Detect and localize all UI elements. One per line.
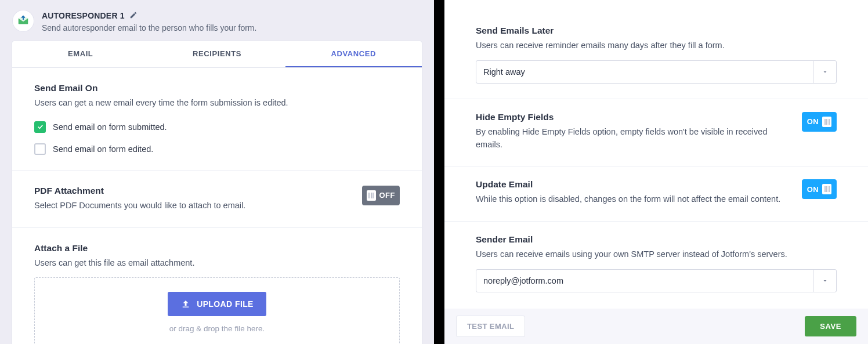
file-drop-area[interactable]: UPLOAD FILE or drag & drop the file here… bbox=[34, 277, 400, 344]
pdf-attachment-desc: Select PDF Documents you would like to a… bbox=[34, 200, 348, 212]
checkbox-on-edited[interactable]: Send email on form edited. bbox=[34, 143, 400, 155]
test-email-button[interactable]: TEST EMAIL bbox=[456, 316, 525, 337]
section-hide-empty: Hide Empty Fields By enabling Hide Empty… bbox=[444, 99, 868, 167]
checkbox-on-edited-label: Send email on form edited. bbox=[53, 144, 153, 154]
tab-advanced[interactable]: ADVANCED bbox=[285, 41, 422, 67]
attach-file-title: Attach a File bbox=[34, 243, 400, 254]
left-pane: AUTORESPONDER 1 Send autoresponder email… bbox=[0, 0, 434, 344]
hide-empty-title: Hide Empty Fields bbox=[476, 112, 786, 122]
edit-title-icon[interactable] bbox=[129, 11, 138, 21]
autoresponder-icon bbox=[13, 10, 34, 31]
send-later-title: Send Emails Later bbox=[476, 26, 837, 36]
chevron-down-icon bbox=[813, 270, 836, 292]
tab-recipients[interactable]: RECIPIENTS bbox=[149, 41, 285, 67]
upload-file-button[interactable]: UPLOAD FILE bbox=[168, 292, 266, 316]
checkbox-on-submitted[interactable]: Send email on form submitted. bbox=[34, 121, 400, 133]
toggle-knob-icon bbox=[822, 117, 831, 127]
sender-email-select[interactable]: noreply@jotform.com bbox=[476, 269, 837, 292]
tab-email[interactable]: EMAIL bbox=[12, 41, 149, 67]
pdf-attachment-toggle[interactable]: OFF bbox=[362, 186, 400, 205]
section-send-later: Send Emails Later Users can receive remi… bbox=[444, 13, 868, 99]
save-button[interactable]: SAVE bbox=[805, 316, 856, 336]
update-email-desc: While this option is disabled, changes o… bbox=[476, 193, 786, 206]
sender-email-title: Sender Email bbox=[476, 234, 837, 245]
settings-header: AUTORESPONDER 1 Send autoresponder email… bbox=[12, 10, 422, 32]
send-later-value: Right away bbox=[476, 61, 813, 83]
pdf-attachment-toggle-label: OFF bbox=[379, 191, 396, 200]
tabs: EMAIL RECIPIENTS ADVANCED bbox=[12, 41, 422, 68]
checkbox-on-submitted-box[interactable] bbox=[34, 121, 46, 133]
update-email-title: Update Email bbox=[476, 179, 786, 190]
page-title-text: AUTORESPONDER 1 bbox=[42, 11, 125, 20]
sender-email-value: noreply@jotform.com bbox=[476, 270, 813, 292]
section-update-email: Update Email While this option is disabl… bbox=[444, 166, 868, 222]
pane-divider bbox=[434, 0, 444, 344]
page-subtitle: Send autoresponder email to the person w… bbox=[42, 23, 256, 32]
page-title: AUTORESPONDER 1 bbox=[42, 11, 138, 21]
chevron-down-icon bbox=[813, 61, 836, 83]
attach-file-desc: Users can get this file as email attachm… bbox=[34, 257, 400, 270]
toggle-knob-icon bbox=[367, 190, 376, 201]
update-email-toggle-label: ON bbox=[807, 185, 819, 194]
checkbox-on-submitted-label: Send email on form submitted. bbox=[53, 122, 167, 132]
section-send-email-on: Send Email On Users can get a new email … bbox=[12, 68, 422, 171]
section-sender-email: Sender Email Users can receive emails us… bbox=[444, 222, 868, 307]
hide-empty-toggle-label: ON bbox=[807, 117, 819, 126]
send-later-select[interactable]: Right away bbox=[476, 60, 837, 84]
send-email-on-desc: Users can get a new email every time the… bbox=[34, 97, 400, 110]
send-later-desc: Users can receive reminder emails many d… bbox=[476, 39, 837, 52]
footer-bar: TEST EMAIL SAVE bbox=[444, 309, 868, 344]
checkbox-on-edited-box[interactable] bbox=[34, 143, 46, 155]
drop-hint: or drag & drop the file here. bbox=[41, 324, 393, 333]
section-pdf-attachment: PDF Attachment Select PDF Documents you … bbox=[12, 171, 422, 228]
send-email-on-title: Send Email On bbox=[34, 83, 400, 93]
upload-icon bbox=[180, 299, 191, 309]
update-email-toggle[interactable]: ON bbox=[802, 179, 837, 199]
sender-email-desc: Users can receive emails using your own … bbox=[476, 248, 837, 261]
hide-empty-toggle[interactable]: ON bbox=[802, 112, 837, 132]
right-pane: Send Emails Later Users can receive remi… bbox=[444, 0, 868, 344]
upload-file-button-label: UPLOAD FILE bbox=[197, 299, 254, 309]
toggle-knob-icon bbox=[822, 184, 831, 194]
hide-empty-desc: By enabling Hide Empty Fields option, em… bbox=[476, 126, 786, 151]
settings-card: EMAIL RECIPIENTS ADVANCED Send Email On … bbox=[12, 41, 422, 344]
section-attach-file: Attach a File Users can get this file as… bbox=[12, 228, 422, 345]
pdf-attachment-title: PDF Attachment bbox=[34, 186, 348, 196]
